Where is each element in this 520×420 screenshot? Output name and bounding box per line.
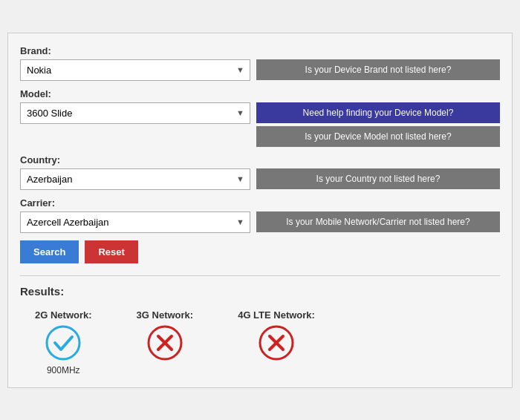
country-label: Country: [20,154,500,165]
brand-select-row: Nokia ▼ Is your Device Brand not listed … [20,59,500,81]
cross-icon-4g [259,325,294,361]
carrier-select-wrapper: Azercell Azerbaijan ▼ [20,211,250,233]
carrier-not-listed-button[interactable]: Is your Mobile Network/Carrier not liste… [256,211,500,232]
model-select-wrapper: 3600 Slide ▼ [20,102,250,124]
model-label: Model: [20,88,500,99]
search-button[interactable]: Search [20,240,79,263]
cross-icon-3g [147,325,183,361]
network-item-3g: 3G Network: [137,309,194,365]
brand-not-listed-button[interactable]: Is your Device Brand not listed here? [256,59,500,80]
main-container: Brand: Nokia ▼ Is your Device Brand not … [7,33,513,388]
country-field-row: Country: Azerbaijan ▼ Is your Country no… [20,154,500,190]
network-2g-sub: 900MHz [47,365,80,375]
model-select[interactable]: 3600 Slide [20,102,250,124]
check-icon [45,325,81,361]
brand-field-row: Brand: Nokia ▼ Is your Device Brand not … [20,45,500,81]
results-label: Results: [20,285,500,298]
carrier-select[interactable]: Azercell Azerbaijan [20,211,250,233]
carrier-label: Carrier: [20,197,500,209]
carrier-btn-group: Is your Mobile Network/Carrier not liste… [256,211,500,232]
country-select-row: Azerbaijan ▼ Is your Country not listed … [20,168,500,190]
country-select-wrapper: Azerbaijan ▼ [20,168,250,190]
country-not-listed-button[interactable]: Is your Country not listed here? [256,168,500,189]
action-buttons: Search Reset [20,240,500,263]
brand-select-wrapper: Nokia ▼ [20,59,250,81]
section-divider [20,275,500,276]
brand-select[interactable]: Nokia [20,59,250,81]
svg-point-0 [47,327,79,359]
model-btn-group: Need help finding your Device Model? Is … [256,102,500,147]
model-not-listed-button[interactable]: Is your Device Model not listed here? [256,126,500,147]
carrier-select-row: Azercell Azerbaijan ▼ Is your Mobile Net… [20,211,500,233]
brand-btn-group: Is your Device Brand not listed here? [256,59,500,80]
network-item-4g: 4G LTE Network: [238,309,315,365]
model-field-row: Model: 3600 Slide ▼ Need help finding yo… [20,88,500,147]
reset-button[interactable]: Reset [85,240,137,263]
model-help-button[interactable]: Need help finding your Device Model? [256,102,500,123]
form-section: Brand: Nokia ▼ Is your Device Brand not … [20,45,500,263]
results-section: Results: 2G Network: 900MHz 3G Network: [20,285,500,375]
brand-label: Brand: [20,45,500,56]
network-3g-title: 3G Network: [137,309,194,321]
country-btn-group: Is your Country not listed here? [256,168,500,189]
network-results: 2G Network: 900MHz 3G Network: 4 [20,309,500,375]
network-item-2g: 2G Network: 900MHz [35,309,92,375]
network-4g-title: 4G LTE Network: [238,309,315,321]
model-select-row: 3600 Slide ▼ Need help finding your Devi… [20,102,500,147]
country-select[interactable]: Azerbaijan [20,168,250,190]
network-2g-title: 2G Network: [35,309,92,321]
carrier-field-row: Carrier: Azercell Azerbaijan ▼ Is your M… [20,197,500,233]
